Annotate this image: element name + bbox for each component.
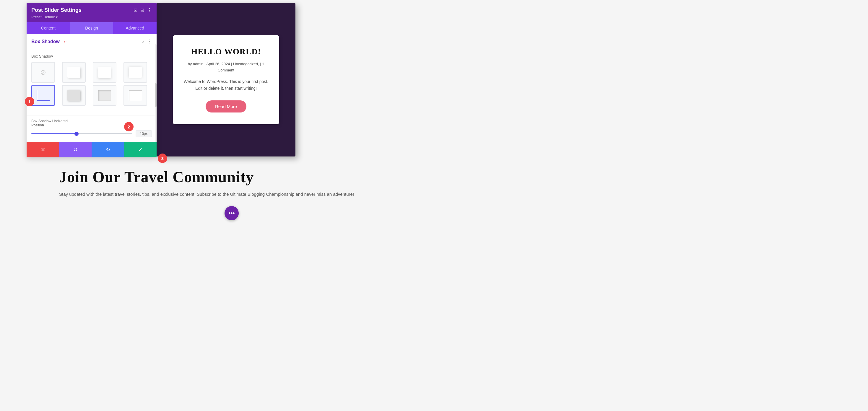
shadow-option-inset[interactable] xyxy=(93,85,116,106)
shadow-option-corner-tr[interactable] xyxy=(123,85,147,106)
panel-tabs: Content Design Advanced xyxy=(27,22,157,34)
arrow-left-icon: ← xyxy=(63,38,68,45)
section-controls: ∧ ⋮ xyxy=(142,39,152,44)
cancel-button[interactable]: ✕ xyxy=(27,142,59,157)
redo-button[interactable]: ↻ xyxy=(92,142,124,157)
section-dots-icon[interactable]: ⋮ xyxy=(147,39,152,44)
slider-control: Box Shadow Horizontal Position 10px xyxy=(27,115,157,142)
shadow-box-corner-shape xyxy=(129,90,142,101)
slide-card: Hello World! by admin | April 26, 2024 |… xyxy=(173,35,279,124)
box-shadow-section-header: Box Shadow ← ∧ ⋮ xyxy=(27,34,157,49)
action-bar: ✕ ↺ ↻ ✓ xyxy=(27,142,157,157)
dots-icon: ••• xyxy=(228,210,235,217)
step-badge-3: 3 xyxy=(158,154,167,163)
undo-button[interactable]: ↺ xyxy=(59,142,92,157)
step-badge-2: 2 xyxy=(124,122,133,131)
slider-row: 10px xyxy=(31,130,152,137)
floating-action-button[interactable]: ••• xyxy=(224,206,239,220)
shadow-box-br xyxy=(67,67,80,78)
more-icon[interactable]: ⋮ xyxy=(147,7,152,13)
shadow-option-glow[interactable] xyxy=(123,62,147,83)
community-desc: Stay updated with the latest travel stor… xyxy=(59,190,354,198)
panel-header: Post Slider Settings ⊡ ⊟ ⋮ Preset: Defau… xyxy=(27,3,157,22)
slide-title: Hello World! xyxy=(182,47,270,56)
box-shadow-label: Box Shadow xyxy=(31,54,152,59)
shadow-box-inset-shape xyxy=(98,90,111,101)
shadow-box-dark-shape xyxy=(67,90,80,101)
scroll-indicator xyxy=(155,44,157,142)
read-more-button[interactable]: Read More xyxy=(206,100,246,113)
shadow-section: Box Shadow ⊘ xyxy=(27,49,157,115)
expand-icon[interactable]: ⊡ xyxy=(133,7,137,13)
step-badge-1: 1 xyxy=(25,97,34,106)
tab-advanced[interactable]: Advanced xyxy=(113,22,157,34)
panel-title: Post Slider Settings xyxy=(31,7,82,13)
shadow-corner-bl-shape xyxy=(37,90,50,101)
slide-excerpt: Welcome to WordPress. This is your first… xyxy=(182,78,270,92)
shadow-grid: ⊘ xyxy=(31,62,152,106)
box-shadow-title: Box Shadow xyxy=(31,39,60,44)
shadow-box-glow xyxy=(129,67,142,78)
scroll-thumb xyxy=(155,83,157,107)
preset-label[interactable]: Preset: Default ▾ xyxy=(31,15,152,19)
shadow-option-corner-bl[interactable] xyxy=(31,85,55,106)
shadow-option-dark[interactable] xyxy=(62,85,86,106)
settings-panel: Post Slider Settings ⊡ ⊟ ⋮ Preset: Defau… xyxy=(27,3,157,157)
slide-meta: by admin | April 26, 2024 | Uncategorize… xyxy=(182,61,270,73)
community-title: Join Our Travel Community xyxy=(59,168,838,186)
slider-preview: Hello World! by admin | April 26, 2024 |… xyxy=(157,3,296,157)
range-track[interactable] xyxy=(31,133,132,134)
range-value[interactable]: 10px xyxy=(135,130,152,137)
no-shadow-icon: ⊘ xyxy=(40,68,46,76)
split-icon[interactable]: ⊟ xyxy=(140,7,144,13)
slider-label: Box Shadow Horizontal Position xyxy=(31,119,152,127)
panel-header-icons: ⊡ ⊟ ⋮ xyxy=(133,7,152,13)
tab-content[interactable]: Content xyxy=(27,22,70,34)
shadow-option-none[interactable]: ⊘ xyxy=(31,62,55,83)
range-fill xyxy=(31,133,76,134)
range-thumb[interactable] xyxy=(74,132,79,136)
shadow-option-bottom[interactable] xyxy=(93,62,116,83)
confirm-button[interactable]: ✓ xyxy=(124,142,157,157)
panel-body: Box Shadow ← ∧ ⋮ Box Shadow ⊘ xyxy=(27,34,157,142)
bottom-section: Join Our Travel Community Stay updated w… xyxy=(59,168,838,198)
shadow-box-b xyxy=(98,67,111,78)
chevron-up-icon[interactable]: ∧ xyxy=(142,39,145,44)
section-title-row: Box Shadow ← xyxy=(31,38,68,45)
tab-design[interactable]: Design xyxy=(70,22,114,34)
shadow-option-bottom-right[interactable] xyxy=(62,62,86,83)
